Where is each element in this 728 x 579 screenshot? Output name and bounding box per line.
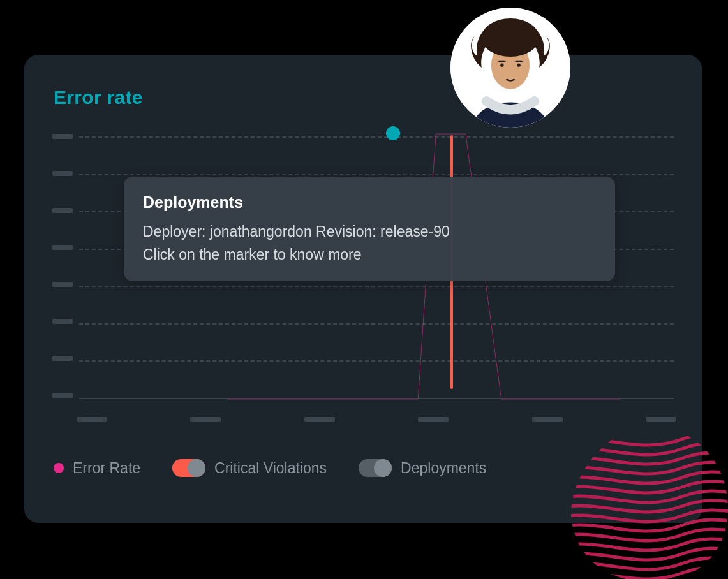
tooltip-hint: Click on the marker to know more [143,244,596,267]
svg-point-5 [500,64,503,67]
y-tick [52,171,73,176]
deployment-marker-dot[interactable] [386,126,400,140]
legend-label: Deployments [401,460,486,477]
toggle-knob [188,459,205,477]
x-tick [418,417,449,422]
deployment-marker[interactable] [386,126,400,142]
y-tick [52,319,73,324]
y-tick [52,208,73,213]
legend-label: Error Rate [73,460,140,477]
tooltip-detail: Deployer: jonathangordon Revision: relea… [143,221,596,244]
panel-title: Error rate [54,87,676,108]
svg-rect-4 [516,61,523,62]
legend-dot-icon [54,463,64,473]
y-axis [52,134,83,398]
toggle-critical-violations[interactable] [172,459,205,477]
x-tick [304,417,335,422]
y-tick [52,245,73,250]
svg-point-2 [482,18,539,57]
x-tick [190,417,221,422]
chart-area: Deployments Deployer: jonathangordon Rev… [52,134,674,408]
avatar [450,8,570,128]
decorative-pattern [556,420,728,579]
svg-point-6 [517,64,521,67]
legend-deployments[interactable]: Deployments [359,459,486,477]
y-tick [52,393,73,398]
tooltip-title: Deployments [143,193,596,212]
svg-rect-3 [498,61,505,62]
y-tick [52,134,73,139]
y-tick [52,282,73,287]
toggle-deployments[interactable] [359,459,392,477]
legend-label: Critical Violations [214,460,327,477]
y-tick [52,356,73,361]
toggle-knob [374,459,392,477]
deployment-tooltip: Deployments Deployer: jonathangordon Rev… [124,177,615,281]
x-tick [77,417,107,422]
legend-error-rate: Error Rate [54,460,140,477]
legend-critical-violations[interactable]: Critical Violations [172,459,327,477]
